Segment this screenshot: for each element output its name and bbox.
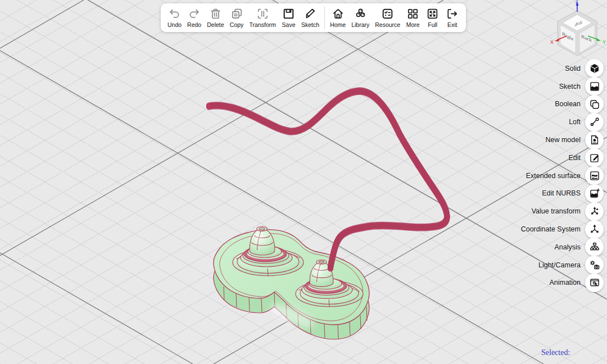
axis-z-label: Z xyxy=(576,0,578,4)
axis-z: Z xyxy=(576,0,579,12)
menu-item-label: Edit xyxy=(568,154,581,162)
toolbar-button-label: Undo xyxy=(167,21,182,28)
coordinate-system-icon[interactable] xyxy=(585,220,604,239)
library-icon xyxy=(354,7,368,21)
toolbar-button-label: Sketch xyxy=(301,21,319,28)
solid-icon[interactable] xyxy=(585,59,604,78)
copy-icon xyxy=(230,7,244,21)
toolbar-button-label: Redo xyxy=(187,21,201,28)
menu-item-animation[interactable]: Animation xyxy=(521,274,604,292)
toolbar-button-label: Save xyxy=(282,21,296,28)
sketch-surface-icon[interactable] xyxy=(585,77,604,95)
toolbar-button-label: Library xyxy=(351,21,369,28)
menu-item-label: New model xyxy=(545,136,581,144)
menu-item-label: Boolean xyxy=(555,100,581,108)
menu-item-solid[interactable]: Solid xyxy=(521,60,604,78)
toolbar-button-more[interactable]: More xyxy=(403,5,423,30)
redo-icon xyxy=(187,7,201,21)
animation-icon[interactable] xyxy=(585,274,604,292)
menu-item-edit[interactable]: Edit xyxy=(521,149,604,167)
toolbar-button-home[interactable]: Home xyxy=(327,5,348,30)
light-camera-icon[interactable] xyxy=(585,256,604,274)
right-tool-menu: SolidSketchBooleanLoftNew modelEditExten… xyxy=(521,60,604,292)
toolbar-button-label: Home xyxy=(330,21,346,28)
toolbar-button-label: Full xyxy=(428,21,437,28)
analysis-icon[interactable] xyxy=(585,238,604,256)
full-icon xyxy=(425,7,440,21)
exit-icon xyxy=(445,7,459,21)
menu-item-label: Solid xyxy=(565,65,581,72)
delete-icon xyxy=(209,7,223,21)
toolbar-divider xyxy=(324,6,325,29)
axis-y-label: Y xyxy=(603,39,606,45)
menu-item-light-camera[interactable]: Light/Camera xyxy=(521,256,604,274)
menu-item-label: Edit NURBS xyxy=(542,189,581,197)
sketch-icon xyxy=(304,7,318,21)
extended-surface-icon[interactable] xyxy=(585,166,604,185)
joystick-right-sheen xyxy=(315,266,321,276)
toolbar-button-label: Resource xyxy=(375,21,400,28)
selected-status-label: Selected: xyxy=(541,348,570,357)
home-icon xyxy=(331,7,345,21)
menu-item-label: Analysis xyxy=(554,243,581,251)
toolbar-button-exit[interactable]: Exit xyxy=(442,5,462,30)
toolbar-button-label: Transform xyxy=(250,21,276,28)
edit-icon[interactable] xyxy=(585,148,604,167)
menu-item-coordinate-system[interactable]: Coordinate System xyxy=(521,220,604,238)
menu-item-label: Extended surface xyxy=(526,172,581,180)
toolbar-button-library[interactable]: Library xyxy=(348,5,372,30)
save-icon xyxy=(282,7,296,21)
model-group[interactable] xyxy=(207,90,447,339)
viewport-canvas[interactable] xyxy=(0,0,607,364)
toolbar-button-label: Delete xyxy=(207,21,224,28)
axis-x-label: X xyxy=(550,39,554,45)
menu-item-edit-nurbs[interactable]: Edit NURBS xyxy=(521,185,604,203)
more-icon xyxy=(406,7,420,21)
menu-item-label: Loft xyxy=(569,118,581,126)
toolbar-button-full[interactable]: Full xyxy=(423,5,442,30)
new-model-icon[interactable] xyxy=(585,131,604,149)
menu-item-extended-surface[interactable]: Extended surface xyxy=(521,167,604,185)
edit-nurbs-icon[interactable] xyxy=(585,184,604,203)
top-toolbar: UndoRedoDeleteCopyTransformSaveSketchHom… xyxy=(161,3,466,32)
toolbar-button-transform[interactable]: Transform xyxy=(247,5,279,30)
menu-item-boolean[interactable]: Boolean xyxy=(521,95,604,113)
menu-item-new-model[interactable]: New model xyxy=(521,131,604,149)
menu-item-label: Coordinate System xyxy=(521,225,581,233)
menu-item-value-transform[interactable]: Value transform xyxy=(521,202,604,220)
toolbar-button-resource[interactable]: Resource xyxy=(372,5,403,30)
menu-item-label: Animation xyxy=(549,279,581,286)
value-transform-icon[interactable] xyxy=(585,202,604,221)
boolean-icon[interactable] xyxy=(585,95,604,113)
menu-item-label: Sketch xyxy=(559,83,581,90)
resource-icon xyxy=(380,7,395,21)
toolbar-button-undo[interactable]: Undo xyxy=(165,5,184,30)
toolbar-button-label: Exit xyxy=(447,21,457,28)
transform-icon xyxy=(256,7,270,21)
menu-item-label: Light/Camera xyxy=(538,261,581,269)
toolbar-button-redo[interactable]: Redo xyxy=(184,5,204,30)
undo-icon xyxy=(167,7,182,21)
toolbar-button-delete[interactable]: Delete xyxy=(204,5,227,30)
menu-item-loft[interactable]: Loft xyxy=(521,113,604,131)
menu-item-sketch[interactable]: Sketch xyxy=(521,78,604,95)
menu-item-label: Value transform xyxy=(532,207,581,215)
view-cube[interactable]: Top Right Back X Y Z xyxy=(548,0,607,59)
toolbar-button-label: More xyxy=(406,21,420,28)
joystick-left-sheen xyxy=(255,233,261,244)
toolbar-button-label: Copy xyxy=(230,21,244,28)
toolbar-button-save[interactable]: Save xyxy=(279,5,298,30)
loft-icon[interactable] xyxy=(585,113,604,131)
menu-item-analysis[interactable]: Analysis xyxy=(521,238,604,256)
toolbar-button-copy[interactable]: Copy xyxy=(227,5,247,30)
toolbar-button-sketch[interactable]: Sketch xyxy=(298,5,322,30)
